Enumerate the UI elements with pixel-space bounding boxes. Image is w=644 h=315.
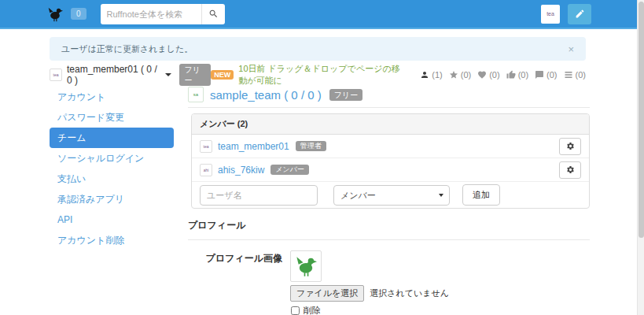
team-title-link[interactable]: sample_team ( 0 / 0 ) <box>210 88 322 102</box>
sidebar-item-delete-account[interactable]: アカウント削除 <box>50 230 174 250</box>
sidebar-item-approved-apps[interactable]: 承認済みアプリ <box>50 189 174 209</box>
profile-image-controls: ファイルを選択 選択されていません 削除 <box>290 250 590 315</box>
delete-image-label: 削除 <box>304 305 321 315</box>
choose-file-button[interactable]: ファイルを選択 <box>290 285 364 302</box>
comments-stat[interactable]: (0) <box>535 70 557 80</box>
role-select-wrap: メンバー <box>333 185 450 206</box>
search-button[interactable] <box>201 4 225 24</box>
thumbs-up-icon <box>506 70 518 80</box>
team-avatar: sa <box>188 87 204 102</box>
ruffnote-bird-logo-icon[interactable] <box>47 6 63 22</box>
member-role-badge: メンバー <box>270 165 309 176</box>
likes-stat[interactable]: (0) <box>506 70 528 80</box>
members-panel-title: メンバー (2) <box>192 114 589 135</box>
settings-sidebar: アカウント パスワード変更 チーム ソーシャルログイン 支払い 承認済みアプリ … <box>50 87 174 250</box>
hearts-stat[interactable]: (0) <box>477 70 499 80</box>
username-dropdown[interactable]: team_member01 ( 0 / 0 ) <box>67 64 161 86</box>
member-name-link[interactable]: ahis_76kiw <box>218 165 264 176</box>
member-role-badge: 管理者 <box>296 141 326 152</box>
global-search-form <box>101 4 225 24</box>
feed-icon <box>564 70 576 80</box>
new-badge: NEW <box>211 70 234 80</box>
magnifier-icon <box>208 9 219 19</box>
sidebar-item-api[interactable]: API <box>50 209 174 230</box>
delete-image-row: 削除 <box>290 305 590 315</box>
member-avatar: ahi <box>200 164 212 176</box>
team-header: sa sample_team ( 0 / 0 ) フリー <box>188 87 590 108</box>
heart-icon <box>477 70 489 80</box>
scrollbar-thumb[interactable] <box>638 2 644 238</box>
stars-count: (0) <box>461 70 471 80</box>
comments-count: (0) <box>546 70 557 80</box>
star-icon <box>449 70 461 80</box>
search-input[interactable] <box>101 4 201 24</box>
member-name-link[interactable]: team_member01 <box>218 141 289 152</box>
add-member-row: メンバー 追加 <box>192 182 589 208</box>
role-select[interactable]: メンバー <box>333 185 450 206</box>
alert-message: ユーザは正常に更新されました。 <box>61 43 193 55</box>
members-panel: メンバー (2) tea team_member01 管理者 ahi ahis_… <box>191 113 590 209</box>
user-bar: tea team_member01 ( 0 / 0 ) フリー NEW 10日前… <box>50 68 586 82</box>
page-scrollbar[interactable] <box>637 0 644 315</box>
file-input-row: ファイルを選択 選択されていません <box>290 285 590 302</box>
member-settings-button[interactable] <box>559 138 581 155</box>
sidebar-item-payment[interactable]: 支払い <box>50 169 174 189</box>
stars-stat[interactable]: (0) <box>449 70 471 80</box>
navbar-right-group: tea <box>541 4 591 24</box>
flash-alert: ユーザは正常に更新されました。 × <box>50 37 586 61</box>
likes-count: (0) <box>518 70 528 80</box>
page: 0 tea ユーザは正常に更新されました。 × tea team_member0… <box>0 0 644 315</box>
gear-icon <box>566 165 575 174</box>
username-input[interactable] <box>200 185 318 206</box>
main-content: sa sample_team ( 0 / 0 ) フリー メンバー (2) te… <box>186 87 590 315</box>
duck-image <box>295 255 317 277</box>
profile-image-label: プロフィール画像 <box>186 250 290 315</box>
plan-badge: フリー <box>179 64 211 86</box>
sidebar-item-account[interactable]: アカウント <box>50 87 174 107</box>
user-bar-right: NEW 10日前 ドラッグ＆ドロップでページの移動が可能に (1) (0) (0… <box>211 63 586 87</box>
sidebar-item-team[interactable]: チーム <box>50 128 174 148</box>
profile-section-title: プロフィール <box>188 219 590 240</box>
member-settings-button[interactable] <box>559 161 581 179</box>
add-member-button[interactable]: 追加 <box>462 184 500 206</box>
top-navbar: 0 tea <box>0 0 637 29</box>
file-status-text: 選択されていません <box>370 287 449 299</box>
current-user-avatar[interactable]: tea <box>541 5 560 24</box>
hearts-count: (0) <box>489 70 499 80</box>
feed-count: (0) <box>576 70 586 80</box>
user-icon <box>420 70 432 80</box>
notification-count-badge[interactable]: 0 <box>71 8 86 20</box>
pencil-icon <box>575 9 585 19</box>
new-note-button[interactable] <box>568 4 591 24</box>
member-row: ahi ahis_76kiw メンバー <box>192 158 589 182</box>
members-count: (1) <box>432 70 442 80</box>
feed-stat[interactable]: (0) <box>564 70 586 80</box>
gear-icon <box>566 142 575 150</box>
news-link[interactable]: 10日前 ドラッグ＆ドロップでページの移動が可能に <box>238 63 407 87</box>
profile-image-group: プロフィール画像 ファイルを選択 選択されていません 削除 <box>186 250 590 315</box>
alert-close-icon[interactable]: × <box>568 43 574 55</box>
team-plan-badge: フリー <box>329 89 362 101</box>
members-stat[interactable]: (1) <box>420 70 442 80</box>
member-row: tea team_member01 管理者 <box>192 135 589 158</box>
user-avatar: tea <box>50 69 62 81</box>
member-avatar: tea <box>200 140 212 153</box>
caret-down-icon[interactable] <box>165 73 171 76</box>
profile-image-preview <box>290 250 322 282</box>
sidebar-item-social-login[interactable]: ソーシャルログイン <box>50 148 174 169</box>
sidebar-item-password[interactable]: パスワード変更 <box>50 107 174 128</box>
comment-icon <box>535 70 546 80</box>
delete-image-checkbox[interactable] <box>291 306 300 315</box>
